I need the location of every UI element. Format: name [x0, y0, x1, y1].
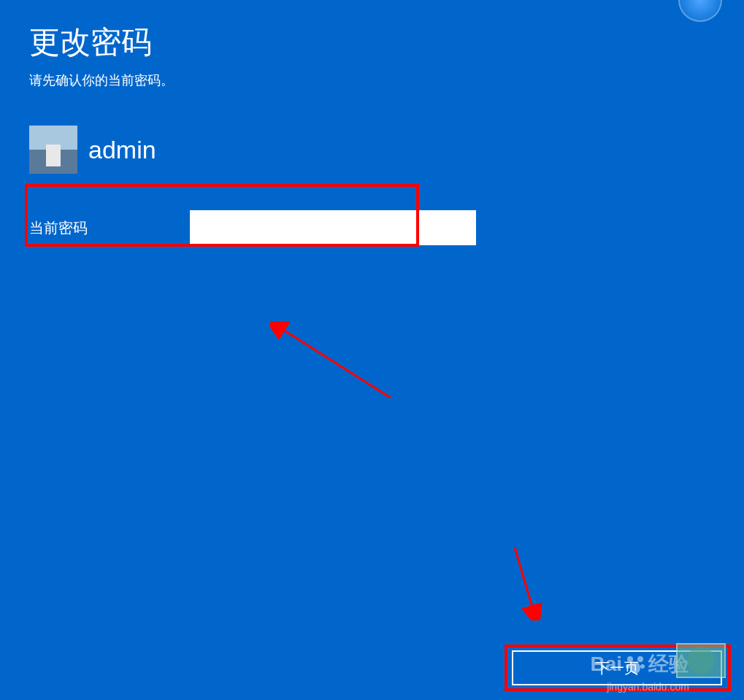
current-password-input[interactable]: [190, 210, 476, 245]
svg-line-1: [281, 328, 391, 398]
arrow-annotation-1: [270, 321, 402, 409]
username: admin: [88, 136, 156, 164]
svg-point-4: [627, 656, 633, 662]
svg-point-6: [626, 664, 630, 669]
watermark-text-1: Bai: [590, 653, 622, 676]
watermark-baidu: Bai 经验: [590, 650, 689, 678]
main-container: 更改密码 请先确认你的当前密码。 admin 当前密码: [0, 0, 744, 282]
svg-point-7: [640, 664, 645, 669]
svg-line-3: [515, 547, 533, 609]
paw-icon: [624, 653, 646, 675]
current-password-label: 当前密码: [29, 218, 190, 238]
watermark-url: jingyan.baidu.com: [607, 681, 689, 693]
svg-point-5: [637, 656, 643, 662]
watermark-7: [676, 643, 726, 678]
password-row: 当前密码: [29, 210, 715, 245]
avatar: [29, 126, 77, 174]
svg-point-8: [630, 662, 640, 674]
arrow-annotation-2: [507, 540, 551, 620]
page-title: 更改密码: [29, 22, 715, 63]
user-section: admin: [29, 126, 715, 174]
page-subtitle: 请先确认你的当前密码。: [29, 72, 715, 89]
